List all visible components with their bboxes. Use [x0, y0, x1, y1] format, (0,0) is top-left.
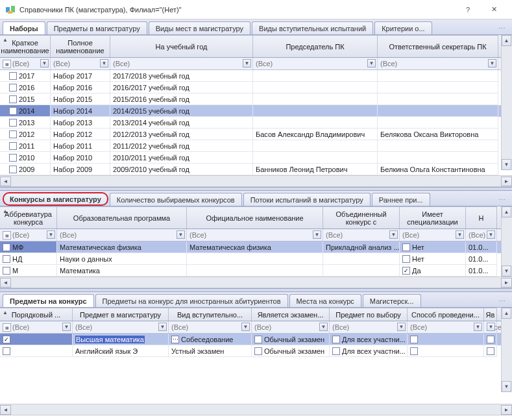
filter-dropdown-icon[interactable]: ▼: [100, 59, 108, 68]
cell-checkbox[interactable]: [410, 336, 418, 343]
filter-cell[interactable]: ▦(Все)▼: [0, 229, 57, 241]
cell-checkbox[interactable]: [410, 347, 418, 355]
filter-dropdown-icon[interactable]: ▼: [456, 230, 464, 239]
row-checkbox[interactable]: [9, 72, 17, 80]
filter-dropdown-icon[interactable]: ▼: [474, 323, 482, 331]
tab-1[interactable]: Количество выбираемых конкурсов: [110, 193, 242, 206]
tabs-overflow-icon[interactable]: ⋯: [494, 195, 509, 206]
filter-cell[interactable]: (Все)▼: [378, 58, 498, 69]
filter-cell[interactable]: (Все)▼: [484, 321, 497, 333]
tabs-overflow-icon[interactable]: ⋯: [494, 23, 509, 34]
row-selector-icon[interactable]: ▦: [3, 323, 11, 332]
close-button[interactable]: ✕: [481, 1, 507, 19]
spec-checkbox[interactable]: ✓: [402, 267, 410, 275]
hscroll[interactable]: ◄ ►: [0, 277, 512, 288]
col-header[interactable]: На учебный год: [110, 35, 253, 57]
col-header[interactable]: Ответственный секретарь ПК: [378, 35, 498, 57]
filter-dropdown-icon[interactable]: ▼: [243, 59, 251, 68]
scroll-down-icon[interactable]: ▼: [502, 381, 511, 392]
filter-dropdown-icon[interactable]: ▼: [397, 323, 406, 331]
spec-checkbox[interactable]: [402, 255, 410, 263]
filter-dropdown-icon[interactable]: ▼: [487, 230, 495, 239]
tab-1[interactable]: Предметы на конкурс для иностранных абит…: [95, 294, 288, 307]
vscroll[interactable]: ▲ ▼: [501, 308, 512, 392]
row-checkbox[interactable]: [9, 95, 17, 103]
vscroll[interactable]: ▲ ▼: [501, 206, 512, 277]
spec-checkbox[interactable]: [402, 243, 410, 251]
col-header[interactable]: Предмет по выбору: [330, 308, 408, 321]
col-header[interactable]: Яв: [484, 308, 497, 321]
col-header[interactable]: ▲Краткое наименование: [0, 35, 51, 57]
cell-checkbox[interactable]: [254, 347, 262, 355]
col-header[interactable]: Объединенный конкурс с: [323, 206, 400, 229]
tab-1[interactable]: Предметы в магистратуру: [47, 21, 147, 34]
filter-dropdown-icon[interactable]: ▼: [487, 323, 495, 331]
row-selector-icon[interactable]: ▦: [3, 60, 11, 68]
cell-checkbox[interactable]: [332, 347, 340, 355]
col-header[interactable]: Вид вступительно...: [169, 308, 252, 321]
cell-checkbox[interactable]: [487, 347, 494, 355]
filter-cell[interactable]: (Все)▼: [253, 58, 378, 69]
tab-3[interactable]: Виды вступительных испытаний: [252, 21, 373, 34]
tab-3[interactable]: Раннее при...: [372, 193, 430, 206]
row-checkbox[interactable]: [9, 130, 17, 138]
row-checkbox[interactable]: [9, 142, 17, 150]
table-row[interactable]: Английский язык ЭУстный экзаменОбычный э…: [0, 345, 501, 357]
tab-0[interactable]: Предметы на конкурс: [3, 294, 94, 307]
row-checkbox[interactable]: [9, 84, 17, 92]
filter-cell[interactable]: ▦(Все)▼: [0, 58, 51, 69]
tab-3[interactable]: Магистерск...: [363, 294, 421, 307]
cell-checkbox[interactable]: [254, 336, 262, 343]
filter-dropdown-icon[interactable]: ▼: [313, 230, 321, 239]
filter-cell[interactable]: (Все)▼: [323, 229, 400, 241]
col-header[interactable]: Предмет в магистратуру: [73, 308, 169, 321]
table-row[interactable]: 2013Набор 20132013/2014 учебный год: [0, 117, 501, 129]
row-checkbox[interactable]: [3, 347, 10, 355]
table-row[interactable]: ✓Высшая математика⋯СобеседованиеОбычный …: [0, 334, 501, 345]
row-selector-icon[interactable]: ▦: [3, 231, 11, 240]
filter-cell[interactable]: (Все)▼: [400, 229, 466, 241]
scroll-up-icon[interactable]: ▲: [502, 308, 511, 319]
filter-cell[interactable]: (Все)▼: [73, 321, 169, 333]
table-row[interactable]: НДНауки о данныхНет01.0...: [0, 253, 501, 265]
filter-dropdown-icon[interactable]: ▼: [319, 323, 328, 331]
hscroll[interactable]: ◄ ►: [0, 175, 512, 186]
filter-cell[interactable]: (Все)▼: [408, 321, 484, 333]
tab-2[interactable]: Виды мест в магистратуру: [149, 21, 250, 34]
filter-cell[interactable]: (Все)▼: [330, 321, 408, 333]
scroll-up-icon[interactable]: ▲: [502, 206, 511, 217]
filter-cell[interactable]: (Все)▼: [57, 229, 187, 241]
scroll-right-icon[interactable]: ►: [501, 405, 512, 415]
filter-dropdown-icon[interactable]: ▼: [488, 59, 496, 68]
table-row[interactable]: 2017Набор 20172017/2018 учебный год: [0, 70, 501, 82]
scroll-left-icon[interactable]: ◄: [0, 177, 11, 186]
scroll-down-icon[interactable]: ▼: [502, 159, 511, 170]
col-header[interactable]: Имеет специализации: [400, 206, 466, 229]
scroll-right-icon[interactable]: ►: [501, 177, 512, 186]
filter-cell[interactable]: (Все)▼: [466, 229, 497, 241]
col-header[interactable]: Председатель ПК: [253, 35, 378, 57]
filter-cell[interactable]: (Все)▼: [187, 229, 323, 241]
cell-checkbox[interactable]: [332, 336, 340, 343]
row-checkbox[interactable]: [3, 243, 10, 251]
table-row[interactable]: 2010Набор 20102010/2011 учебный год: [0, 152, 501, 164]
table-row[interactable]: 2011Набор 20112011/2012 учебный год: [0, 140, 501, 152]
table-row[interactable]: 2014Набор 20142014/2015 учебный год: [0, 105, 501, 117]
col-header[interactable]: Является экзамен...: [252, 308, 330, 321]
scroll-left-icon[interactable]: ◄: [0, 278, 11, 288]
filter-dropdown-icon[interactable]: ▼: [47, 230, 55, 239]
row-checkbox[interactable]: [9, 154, 17, 162]
col-header[interactable]: ▲Аббревиатура конкурса: [0, 206, 57, 229]
tab-2[interactable]: Потоки испытаний в магистратуру: [243, 193, 371, 206]
row-checkbox[interactable]: [3, 267, 10, 275]
filter-cell[interactable]: ▦(Все)▼: [0, 321, 73, 333]
col-header[interactable]: Официальное наименование: [187, 206, 323, 229]
col-header[interactable]: ▲Порядковый ...: [0, 308, 73, 321]
filter-dropdown-icon[interactable]: ▼: [241, 323, 250, 331]
picker-icon[interactable]: ⋯: [171, 336, 179, 343]
vscroll[interactable]: ▲ ▼: [501, 35, 512, 170]
table-row[interactable]: ММатематика✓Да01.0...: [0, 265, 501, 277]
filter-dropdown-icon[interactable]: ▼: [40, 59, 49, 68]
cell-checkbox[interactable]: [487, 336, 494, 343]
filter-cell[interactable]: (Все)▼: [169, 321, 252, 333]
